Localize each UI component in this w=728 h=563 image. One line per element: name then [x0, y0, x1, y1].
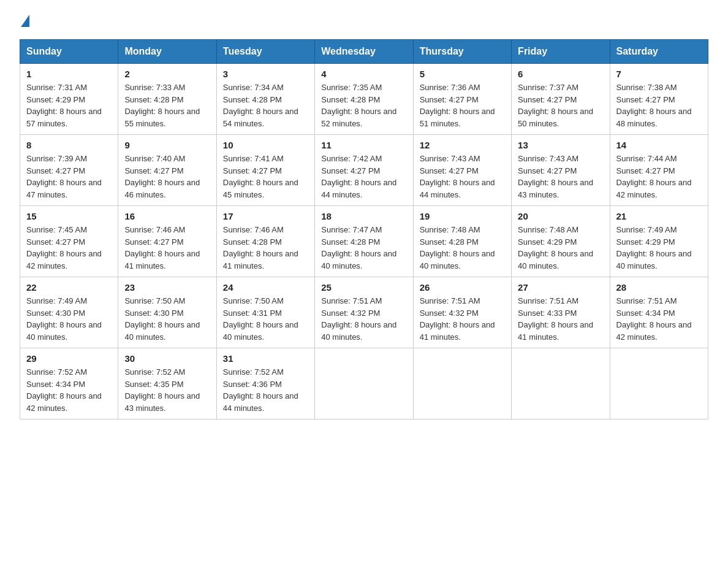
calendar-cell: 31 Sunrise: 7:52 AMSunset: 4:36 PMDaylig… [216, 348, 314, 419]
calendar-cell: 30 Sunrise: 7:52 AMSunset: 4:35 PMDaylig… [118, 348, 216, 419]
day-number: 19 [420, 211, 505, 221]
weekday-header-wednesday: Wednesday [315, 40, 413, 64]
calendar-cell: 11 Sunrise: 7:42 AMSunset: 4:27 PMDaylig… [315, 135, 413, 206]
day-number: 22 [26, 282, 112, 293]
calendar-cell: 10 Sunrise: 7:41 AMSunset: 4:27 PMDaylig… [216, 135, 314, 206]
calendar-cell: 12 Sunrise: 7:43 AMSunset: 4:27 PMDaylig… [413, 135, 511, 206]
day-info: Sunrise: 7:39 AMSunset: 4:27 PMDaylight:… [26, 154, 102, 199]
day-info: Sunrise: 7:50 AMSunset: 4:31 PMDaylight:… [223, 296, 298, 342]
calendar-cell [413, 348, 511, 419]
day-info: Sunrise: 7:51 AMSunset: 4:32 PMDaylight:… [321, 296, 396, 342]
day-info: Sunrise: 7:52 AMSunset: 4:36 PMDaylight:… [223, 367, 298, 413]
day-info: Sunrise: 7:34 AMSunset: 4:28 PMDaylight:… [223, 83, 298, 128]
calendar-cell: 23 Sunrise: 7:50 AMSunset: 4:30 PMDaylig… [118, 277, 216, 348]
calendar-cell [610, 348, 708, 419]
calendar-cell: 21 Sunrise: 7:49 AMSunset: 4:29 PMDaylig… [610, 206, 708, 277]
day-number: 20 [518, 211, 603, 221]
day-number: 2 [124, 69, 210, 79]
weekday-header-friday: Friday [512, 40, 610, 64]
day-info: Sunrise: 7:44 AMSunset: 4:27 PMDaylight:… [616, 154, 692, 199]
day-info: Sunrise: 7:48 AMSunset: 4:28 PMDaylight:… [420, 225, 495, 270]
day-number: 3 [223, 69, 308, 79]
day-number: 6 [518, 69, 603, 79]
day-number: 12 [420, 140, 505, 150]
day-info: Sunrise: 7:46 AMSunset: 4:28 PMDaylight:… [223, 225, 298, 270]
day-info: Sunrise: 7:37 AMSunset: 4:27 PMDaylight:… [518, 83, 593, 128]
calendar-cell: 18 Sunrise: 7:47 AMSunset: 4:28 PMDaylig… [315, 206, 413, 277]
day-number: 13 [518, 140, 603, 150]
day-number: 18 [321, 211, 406, 221]
calendar-cell: 7 Sunrise: 7:38 AMSunset: 4:27 PMDayligh… [610, 64, 708, 135]
calendar-cell: 27 Sunrise: 7:51 AMSunset: 4:33 PMDaylig… [512, 277, 610, 348]
calendar-week-row: 1 Sunrise: 7:31 AMSunset: 4:29 PMDayligh… [20, 64, 708, 135]
weekday-header-sunday: Sunday [20, 40, 118, 64]
day-number: 11 [321, 140, 406, 150]
day-number: 28 [616, 282, 702, 293]
day-info: Sunrise: 7:31 AMSunset: 4:29 PMDaylight:… [26, 83, 102, 128]
day-info: Sunrise: 7:43 AMSunset: 4:27 PMDaylight:… [518, 154, 593, 199]
day-info: Sunrise: 7:42 AMSunset: 4:27 PMDaylight:… [321, 154, 396, 199]
calendar-cell: 26 Sunrise: 7:51 AMSunset: 4:32 PMDaylig… [413, 277, 511, 348]
day-number: 8 [26, 140, 112, 150]
day-number: 9 [124, 140, 210, 150]
calendar-cell: 6 Sunrise: 7:37 AMSunset: 4:27 PMDayligh… [512, 64, 610, 135]
day-info: Sunrise: 7:51 AMSunset: 4:34 PMDaylight:… [616, 296, 692, 342]
calendar-cell: 13 Sunrise: 7:43 AMSunset: 4:27 PMDaylig… [512, 135, 610, 206]
day-info: Sunrise: 7:45 AMSunset: 4:27 PMDaylight:… [26, 225, 102, 270]
page-header [20, 15, 708, 28]
day-number: 21 [616, 211, 702, 221]
calendar-cell [315, 348, 413, 419]
calendar-cell: 19 Sunrise: 7:48 AMSunset: 4:28 PMDaylig… [413, 206, 511, 277]
day-number: 5 [420, 69, 505, 79]
calendar-cell: 3 Sunrise: 7:34 AMSunset: 4:28 PMDayligh… [216, 64, 314, 135]
calendar-cell: 20 Sunrise: 7:48 AMSunset: 4:29 PMDaylig… [512, 206, 610, 277]
calendar-cell: 2 Sunrise: 7:33 AMSunset: 4:28 PMDayligh… [118, 64, 216, 135]
calendar-week-row: 22 Sunrise: 7:49 AMSunset: 4:30 PMDaylig… [20, 277, 708, 348]
logo-triangle-icon [21, 15, 29, 27]
day-info: Sunrise: 7:49 AMSunset: 4:30 PMDaylight:… [26, 296, 102, 342]
day-number: 14 [616, 140, 702, 150]
day-number: 29 [26, 353, 112, 364]
day-number: 1 [26, 69, 112, 79]
logo [20, 15, 29, 28]
day-number: 30 [124, 353, 210, 364]
day-info: Sunrise: 7:38 AMSunset: 4:27 PMDaylight:… [616, 83, 692, 128]
day-info: Sunrise: 7:49 AMSunset: 4:29 PMDaylight:… [616, 225, 692, 270]
calendar-cell: 25 Sunrise: 7:51 AMSunset: 4:32 PMDaylig… [315, 277, 413, 348]
day-info: Sunrise: 7:51 AMSunset: 4:32 PMDaylight:… [420, 296, 495, 342]
day-info: Sunrise: 7:52 AMSunset: 4:34 PMDaylight:… [26, 367, 102, 413]
calendar-cell [512, 348, 610, 419]
day-number: 17 [223, 211, 308, 221]
day-info: Sunrise: 7:47 AMSunset: 4:28 PMDaylight:… [321, 225, 396, 270]
calendar-cell: 22 Sunrise: 7:49 AMSunset: 4:30 PMDaylig… [20, 277, 118, 348]
day-number: 15 [26, 211, 112, 221]
day-number: 7 [616, 69, 702, 79]
day-info: Sunrise: 7:33 AMSunset: 4:28 PMDaylight:… [124, 83, 200, 128]
day-info: Sunrise: 7:40 AMSunset: 4:27 PMDaylight:… [124, 154, 200, 199]
calendar-week-row: 8 Sunrise: 7:39 AMSunset: 4:27 PMDayligh… [20, 135, 708, 206]
day-number: 23 [124, 282, 210, 293]
day-info: Sunrise: 7:51 AMSunset: 4:33 PMDaylight:… [518, 296, 593, 342]
day-info: Sunrise: 7:52 AMSunset: 4:35 PMDaylight:… [124, 367, 200, 413]
calendar-cell: 14 Sunrise: 7:44 AMSunset: 4:27 PMDaylig… [610, 135, 708, 206]
weekday-header-monday: Monday [118, 40, 216, 64]
day-info: Sunrise: 7:43 AMSunset: 4:27 PMDaylight:… [420, 154, 495, 199]
calendar-cell: 16 Sunrise: 7:46 AMSunset: 4:27 PMDaylig… [118, 206, 216, 277]
calendar-week-row: 15 Sunrise: 7:45 AMSunset: 4:27 PMDaylig… [20, 206, 708, 277]
day-info: Sunrise: 7:46 AMSunset: 4:27 PMDaylight:… [124, 225, 200, 270]
day-info: Sunrise: 7:50 AMSunset: 4:30 PMDaylight:… [124, 296, 200, 342]
calendar-week-row: 29 Sunrise: 7:52 AMSunset: 4:34 PMDaylig… [20, 348, 708, 419]
calendar-cell: 17 Sunrise: 7:46 AMSunset: 4:28 PMDaylig… [216, 206, 314, 277]
calendar-cell: 4 Sunrise: 7:35 AMSunset: 4:28 PMDayligh… [315, 64, 413, 135]
calendar-cell: 8 Sunrise: 7:39 AMSunset: 4:27 PMDayligh… [20, 135, 118, 206]
day-number: 10 [223, 140, 308, 150]
calendar-cell: 29 Sunrise: 7:52 AMSunset: 4:34 PMDaylig… [20, 348, 118, 419]
weekday-header-thursday: Thursday [413, 40, 511, 64]
day-info: Sunrise: 7:41 AMSunset: 4:27 PMDaylight:… [223, 154, 298, 199]
calendar-table: SundayMondayTuesdayWednesdayThursdayFrid… [20, 39, 708, 419]
weekday-header-saturday: Saturday [610, 40, 708, 64]
day-number: 4 [321, 69, 406, 79]
calendar-cell: 15 Sunrise: 7:45 AMSunset: 4:27 PMDaylig… [20, 206, 118, 277]
calendar-header-row: SundayMondayTuesdayWednesdayThursdayFrid… [20, 40, 708, 64]
calendar-cell: 9 Sunrise: 7:40 AMSunset: 4:27 PMDayligh… [118, 135, 216, 206]
